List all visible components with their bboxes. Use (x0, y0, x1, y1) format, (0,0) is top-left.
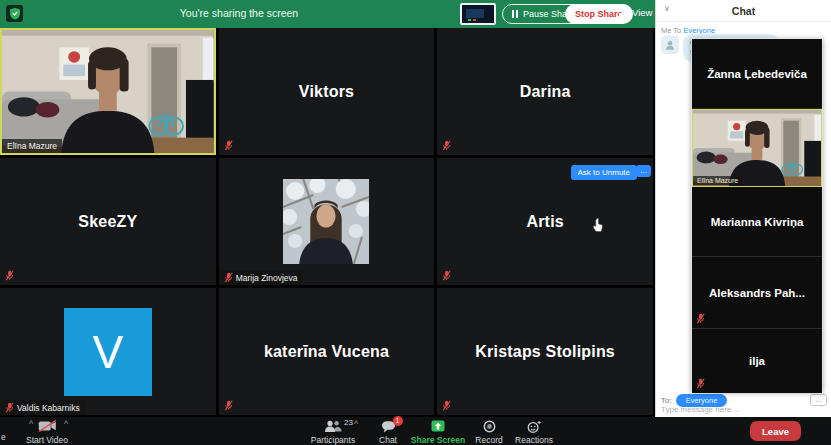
video-feed (2, 30, 214, 153)
participant-name-label: Marija Zinovjeva (219, 270, 303, 285)
video-options-chevron[interactable]: ^ (64, 419, 68, 429)
avatar: V (64, 308, 152, 396)
sharing-status-text: You're sharing the screen (0, 7, 478, 19)
strip-tile-elina-video[interactable]: Elīna Mazure (692, 109, 822, 187)
participant-name: Artis (526, 213, 563, 231)
video-tile-elina[interactable]: Elīna Mazure (0, 28, 216, 155)
chat-title: Chat (656, 5, 831, 17)
participant-name: Viktors (299, 83, 354, 101)
muted-mic-icon (442, 140, 451, 151)
screen-share-bar: You're sharing the screen Pause Share St… (0, 0, 655, 28)
leave-button[interactable]: Leave (750, 421, 801, 441)
reactions-button[interactable]: Reactions (502, 420, 566, 445)
muted-mic-icon (696, 313, 705, 324)
participant-name: katerīna Vucena (264, 343, 389, 361)
video-tile-skeezy[interactable]: SkeeZY (0, 158, 216, 285)
participant-name: Darina (520, 83, 571, 101)
video-tile-artis[interactable]: Artis Ask to Unmute ... (437, 158, 653, 285)
participant-name: Kristaps Stolipins (475, 343, 615, 361)
person-icon (664, 39, 676, 51)
meeting-toolbar: e ^ Start Video ^ 23 Participants ^ 1 Ch… (0, 417, 831, 445)
audio-button-fragment[interactable]: e (1, 432, 6, 442)
participant-name-label: Elīna Mazure (693, 176, 742, 185)
participant-name-label: Elīna Mazure (2, 139, 62, 153)
participant-thumbnail-strip[interactable]: Žanna Ļebedeviča Elīna Mazure Marianna K… (691, 38, 823, 392)
gallery-view: Elīna Mazure Viktors Darina SkeeZY Marij… (0, 28, 653, 415)
strip-tile-marianna[interactable]: Marianna Kivriņa (692, 187, 822, 257)
muted-mic-icon (442, 270, 451, 281)
video-tile-valdis[interactable]: V Valdis Kabarniks (0, 288, 216, 415)
start-video-button[interactable]: Start Video (15, 420, 79, 445)
video-tile-kristaps[interactable]: Kristaps Stolipins (437, 288, 653, 415)
muted-mic-icon (5, 270, 14, 281)
participant-name-label: Valdis Kabarniks (0, 400, 85, 415)
video-feed (693, 110, 821, 186)
participant-name: SkeeZY (78, 213, 137, 231)
chat-header: ∨ Chat (656, 0, 831, 22)
muted-mic-icon (696, 378, 705, 389)
ask-to-unmute-button[interactable]: Ask to Unmute (571, 165, 637, 180)
participant-name: Marianna Kivriņa (707, 216, 808, 228)
strip-tile-ilja[interactable]: ilja (692, 329, 822, 393)
muted-mic-icon (5, 402, 14, 413)
video-tile-viktors[interactable]: Viktors (219, 28, 435, 155)
participant-name: Aleksandrs Pah... (705, 287, 809, 299)
muted-mic-icon (224, 400, 233, 411)
camera-off-icon (38, 420, 57, 433)
muted-mic-icon (442, 400, 451, 411)
participant-name: Žanna Ļebedeviča (703, 68, 811, 80)
view-button[interactable]: View (619, 7, 652, 18)
video-tile-darina[interactable]: Darina (437, 28, 653, 155)
participants-icon: 23 (324, 420, 342, 433)
video-tile-katerina[interactable]: katerīna Vucena (219, 288, 435, 415)
chat-bubble-icon: 1 (381, 420, 396, 433)
video-tile-marija[interactable]: Marija Zinovjeva (219, 158, 435, 285)
chat-message-input[interactable] (661, 405, 821, 414)
record-icon (483, 420, 496, 433)
muted-mic-icon (224, 272, 233, 283)
tile-more-button[interactable]: ... (636, 165, 651, 177)
chat-avatar (661, 36, 679, 54)
hand-cursor-icon (592, 218, 603, 232)
reactions-smiley-icon (526, 420, 542, 433)
grid-view-icon (619, 8, 628, 17)
participant-name: ilja (745, 355, 769, 367)
chat-unread-badge: 1 (393, 416, 403, 426)
strip-tile-aleksandrs[interactable]: Aleksandrs Pah... (692, 257, 822, 329)
profile-photo (283, 179, 369, 264)
muted-mic-icon (224, 140, 233, 151)
share-screen-icon (431, 420, 445, 433)
strip-tile-zanna[interactable]: Žanna Ļebedeviča (692, 39, 822, 109)
pause-icon (512, 10, 518, 18)
shared-screen-thumbnail[interactable] (460, 3, 496, 25)
